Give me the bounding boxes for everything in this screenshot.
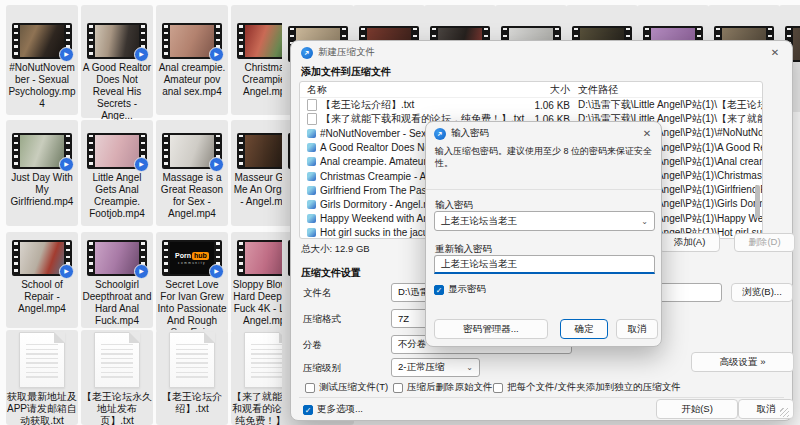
format-label: 压缩格式 (303, 313, 341, 326)
checkbox-icon (493, 383, 503, 393)
separate-archives-checkbox[interactable]: 把每个文件/文件夹添加到独立的压缩文件 (493, 381, 681, 394)
video-thumbnail: ▶ (87, 23, 147, 59)
close-icon[interactable]: ✕ (768, 46, 782, 60)
checkbox-icon (305, 383, 315, 393)
file-name-label: Little Angel Gets Anal Creampie. Footjob… (81, 172, 153, 220)
dialog-title: 输入密码 (451, 127, 489, 140)
media-file-icon (307, 214, 316, 223)
password-hint-text: 输入压缩包密码。建议使用至少 8 位的密码来保证安全性。 (435, 145, 652, 169)
file-tile[interactable]: ▶ A Good Realtor Does Not Reveal His Sec… (81, 5, 153, 118)
archiver-app-icon: ➜ (434, 128, 446, 140)
checkbox-checked-icon: ✓ (434, 285, 444, 295)
level-label: 压缩级别 (303, 362, 341, 375)
text-file-icon (169, 332, 215, 388)
file-name-label: Just Day With My Girlfriend.mp4 (6, 172, 78, 208)
filename-label: 文件名 (303, 287, 332, 300)
file-tile[interactable]: 【老王论坛介绍】.txt (156, 330, 228, 425)
screen: ▶ #NoNutNovember - Sexual Psychology.mp4… (0, 0, 800, 425)
password-combobox[interactable]: 上老王论坛当老王⌄ (434, 211, 655, 231)
file-name-label: Schoolgirl Deepthroat and Hard Anal Fuck… (81, 279, 153, 327)
file-tile[interactable]: ▶ School of Repair - Angel.mp4 (6, 232, 78, 328)
delete-after-checkbox[interactable]: 压缩后删除原始文件 (393, 381, 493, 394)
total-size-label: 总大小: 12.9 GB (301, 243, 370, 256)
start-button[interactable]: 开始(S) (656, 399, 738, 419)
dialog-titlebar: ➜ 输入密码 (434, 127, 489, 140)
media-file-icon (307, 143, 316, 152)
video-thumbnail: ▶ (87, 240, 147, 276)
reenter-password-input[interactable]: 上老王论坛当老王 (434, 255, 655, 274)
play-badge-icon: ▶ (209, 264, 224, 279)
video-thumbnail: Pornhub community ▶ (162, 240, 222, 276)
show-password-checkbox[interactable]: ✓ 显示密码 (434, 283, 486, 296)
level-select[interactable]: 2-正常压缩⌄ (391, 358, 480, 377)
txt-file-icon (307, 113, 317, 125)
file-tile[interactable]: 【老王论坛永久地址发布页】.txt (81, 330, 153, 425)
file-tile[interactable]: ▶ Just Day With My Girlfriend.mp4 (6, 120, 78, 226)
list-header[interactable]: 名称 大小 文件路径 (300, 82, 762, 98)
password-manager-button[interactable]: 密码管理器... (434, 319, 548, 339)
archive-settings-section-title: 压缩文件设置 (301, 266, 361, 280)
media-file-icon (307, 186, 316, 195)
delete-button[interactable]: 删除(D) (734, 233, 795, 252)
volume-label: 分卷 (303, 339, 322, 352)
file-tile[interactable]: ▶ Anal creampie. Amateur pov anal sex.mp… (156, 5, 228, 115)
checkbox-checked-icon: ✓ (303, 405, 313, 415)
resize-grip[interactable] (780, 408, 789, 417)
column-size[interactable]: 大小 (528, 83, 570, 97)
file-name-label: 【老王论坛介绍】.txt (156, 391, 228, 415)
file-name-label: Massage is a Great Reason for Sex - Ange… (156, 172, 228, 220)
ok-button[interactable]: 确定 (560, 319, 608, 339)
divider (299, 397, 784, 398)
file-tile[interactable]: ▶ Little Angel Gets Anal Creampie. Footj… (81, 120, 153, 226)
text-file-icon (19, 332, 65, 388)
chevron-down-icon: ⌄ (466, 363, 473, 372)
video-thumbnail: ▶ (87, 133, 147, 169)
video-thumbnail: ▶ (12, 133, 72, 169)
dialog-titlebar: ➜ 新建压缩文件 (301, 46, 375, 59)
text-file-icon (94, 332, 140, 388)
advanced-settings-button[interactable]: 高级设置 » (691, 352, 794, 372)
txt-file-icon (307, 99, 317, 111)
divider (426, 189, 661, 190)
column-name[interactable]: 名称 (300, 83, 528, 97)
dialog-title: 新建压缩文件 (318, 46, 375, 59)
file-tile[interactable]: ▶ Massage is a Great Reason for Sex - An… (156, 120, 228, 226)
archiver-app-icon: ➜ (301, 47, 313, 59)
browse-button[interactable]: 浏览(B)... (731, 283, 793, 302)
file-name-label: 获取最新地址及APP请发邮箱自动获取.txt (6, 391, 78, 425)
video-thumbnail: ▶ (12, 240, 72, 276)
list-scrollbar[interactable] (755, 185, 760, 218)
file-tile[interactable]: ▶ Schoolgirl Deepthroat and Hard Anal Fu… (81, 232, 153, 328)
play-badge-icon: ▶ (134, 47, 149, 62)
more-options-checkbox[interactable]: ✓更多选项... (303, 403, 363, 416)
play-badge-icon: ▶ (209, 157, 224, 172)
video-thumbnail: ▶ (12, 23, 72, 59)
media-file-icon (307, 200, 316, 209)
file-tile[interactable]: 获取最新地址及APP请发邮箱自动获取.txt (6, 330, 78, 425)
play-badge-icon: ▶ (134, 157, 149, 172)
add-button[interactable]: 添加(A) (659, 233, 720, 252)
play-badge-icon: ▶ (59, 47, 74, 62)
file-tile[interactable]: Pornhub community ▶ Secret Love For Ivan… (156, 232, 228, 332)
chevron-down-icon: ⌄ (641, 217, 648, 226)
file-tile[interactable]: ▶ #NoNutNovember - Sexual Psychology.mp4 (6, 5, 78, 115)
password-dialog: ➜ 输入密码 ✕ 输入压缩包密码。建议使用至少 8 位的密码来保证安全性。 输入… (425, 121, 662, 347)
file-name-label: #NoNutNovember - Sexual Psychology.mp4 (6, 62, 78, 110)
media-file-icon (307, 129, 316, 138)
file-name-label: Anal creampie. Amateur pov anal sex.mp4 (156, 62, 228, 98)
file-row[interactable]: 【老王论坛介绍】.txt1.06 KBD:\迅雷下载\Little Angel\… (300, 98, 762, 112)
close-icon[interactable]: ✕ (640, 127, 654, 141)
add-files-section-title: 添加文件到压缩文件 (301, 65, 391, 79)
cancel-button[interactable]: 取消 (616, 319, 658, 339)
file-name-label: A Good Realtor Does Not Reveal His Secre… (81, 62, 153, 122)
column-path[interactable]: 文件路径 (570, 83, 762, 97)
file-name-label: 【老王论坛永久地址发布页】.txt (81, 391, 153, 425)
media-file-icon (307, 172, 316, 181)
media-file-icon (307, 228, 316, 237)
file-name-label: School of Repair - Angel.mp4 (6, 279, 78, 315)
test-archive-checkbox[interactable]: 测试压缩文件(T) (305, 381, 388, 394)
checkbox-icon (393, 383, 403, 393)
video-thumbnail: ▶ (162, 23, 222, 59)
media-file-icon (307, 157, 316, 166)
play-badge-icon: ▶ (209, 47, 224, 62)
